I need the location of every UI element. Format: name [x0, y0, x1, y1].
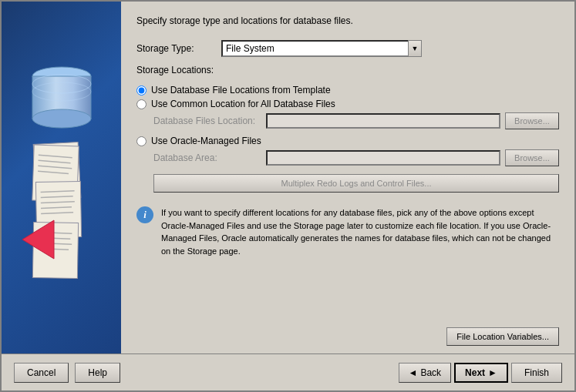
storage-type-select[interactable]: File System — [221, 40, 422, 57]
radio-common-row: Use Common Location for All Database Fil… — [136, 97, 559, 111]
db-files-location-row: Database Files Location: Browse... — [153, 112, 559, 129]
browse-btn-1[interactable]: Browse... — [505, 112, 559, 129]
file-location-row: File Location Variables... — [136, 321, 559, 346]
db-files-location-label: Database Files Location: — [153, 116, 261, 126]
browse-btn-2[interactable]: Browse... — [505, 149, 559, 166]
left-illustration — [12, 32, 112, 324]
left-panel — [2, 2, 121, 353]
next-button[interactable]: Next ► — [454, 363, 508, 383]
file-location-variables-btn[interactable]: File Location Variables... — [446, 327, 559, 346]
back-button[interactable]: ◄ Back — [399, 363, 452, 383]
back-arrow-icon: ◄ — [409, 367, 418, 378]
info-box: i If you want to specify different locat… — [136, 203, 559, 260]
main-dialog: Specify storage type and locations for d… — [0, 0, 576, 392]
storage-type-row: Storage Type: File System ▼ — [136, 40, 559, 57]
radio-template-label[interactable]: Use Database File Locations from Templat… — [151, 85, 331, 95]
radio-common[interactable] — [136, 99, 147, 109]
help-button[interactable]: Help — [75, 363, 120, 383]
radio-template[interactable] — [136, 85, 147, 95]
radio-omf-row: Use Oracle-Managed Files — [136, 134, 559, 148]
dialog-body: Specify storage type and locations for d… — [2, 2, 574, 353]
next-arrow-icon: ► — [488, 367, 497, 378]
multiplex-btn[interactable]: Multiplex Redo Logs and Control Files... — [153, 174, 559, 193]
info-text: If you want to specify different locatio… — [161, 206, 559, 257]
finish-button[interactable]: Finish — [511, 363, 562, 383]
info-icon: i — [136, 206, 153, 223]
radio-template-row: Use Database File Locations from Templat… — [136, 83, 559, 97]
nav-right: ◄ Back Next ► Finish — [399, 363, 563, 383]
storage-type-label: Storage Type: — [136, 43, 221, 54]
storage-type-select-wrapper[interactable]: File System ▼ — [221, 40, 422, 57]
nav-bar: Cancel Help ◄ Back Next ► Finish — [2, 353, 574, 390]
db-area-input[interactable] — [266, 150, 500, 166]
next-label: Next — [465, 367, 485, 378]
radio-omf[interactable] — [136, 136, 147, 146]
db-area-row: Database Area: Browse... — [153, 149, 559, 166]
right-panel: Specify storage type and locations for d… — [121, 2, 574, 353]
back-label: Back — [420, 367, 441, 378]
db-files-location-input[interactable] — [266, 113, 500, 129]
page-description: Specify storage type and locations for d… — [136, 15, 559, 26]
radio-omf-label[interactable]: Use Oracle-Managed Files — [151, 136, 261, 146]
cancel-button[interactable]: Cancel — [14, 363, 69, 383]
storage-locations-label: Storage Locations: — [136, 65, 559, 75]
svg-point-2 — [32, 109, 91, 128]
radio-common-label[interactable]: Use Common Location for All Database Fil… — [151, 99, 335, 109]
db-area-label: Database Area: — [153, 152, 261, 163]
